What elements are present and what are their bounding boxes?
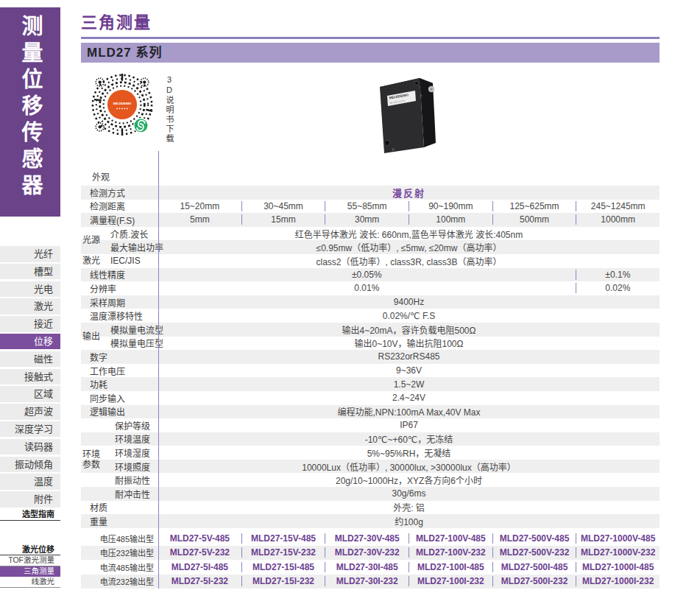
table-row: 工作电压9~36V	[81, 364, 660, 378]
table-row: 数字RS232orRS485	[81, 350, 660, 364]
model-number: MLD27-15V-232	[241, 547, 325, 558]
table-row: 环境湿度5%~95%RH，无凝结	[81, 446, 660, 460]
model-number: MLD27-15I-232	[241, 576, 325, 586]
sidebar-vertical-title: 测量位移传感器	[15, 7, 46, 217]
cell-value: 输出0~10V，输出抗阻100Ω	[158, 337, 660, 349]
title-divider	[81, 37, 660, 39]
model-row: 电流485输出型MLD27-5I-485MLD27-15I-485MLD27-3…	[81, 560, 660, 575]
sidebar-item[interactable]: 振动倾角	[0, 457, 60, 473]
table-row: 环境照度10000Lux（低功率）, 30000lux, >30000lux（高…	[81, 460, 660, 474]
sidebar-item[interactable]: 接触式	[0, 369, 60, 385]
qr-caption: 3D说明书下载	[163, 75, 175, 144]
sidebar-item[interactable]: 接近	[0, 316, 60, 332]
sidebar-item[interactable]: 光纤	[0, 246, 60, 262]
model-number: MLD27-5V-232	[158, 547, 241, 558]
model-number: MLD27-5V-485	[158, 533, 241, 544]
model-number: MLD27-500V-232	[492, 547, 576, 558]
sidebar-item[interactable]: 磁性	[0, 351, 60, 368]
row-group-label: 输出	[82, 323, 109, 350]
model-number: MLD27-500V-485	[492, 533, 576, 544]
bottom-menu-item[interactable]: 三角测量	[0, 566, 60, 577]
sidebar-nav: 光纤槽型光电激光接近位移磁性接触式区域超声波深度学习读码器振动倾角温度附件	[0, 246, 60, 509]
cell-value: 15~20mm	[158, 201, 241, 211]
cell-value: 500mm	[492, 214, 576, 225]
model-number: MLD27-5I-485	[158, 562, 241, 572]
model-number: MLD27-500I-485	[492, 562, 576, 572]
table-main-divider	[158, 151, 159, 589]
model-row: 电压232输出型MLD27-5V-232MLD27-15V-232MLD27-3…	[81, 546, 660, 561]
row-label: 温度漂移特性	[81, 309, 158, 322]
table-row: 检测方式漫反射	[81, 186, 660, 200]
cell-value: 20g/10~1000Hz，XYZ各方向6个小时	[158, 474, 660, 486]
sidebar-item[interactable]: 区域	[0, 386, 60, 402]
cell-value: 55~85mm	[325, 201, 409, 211]
row-label: 分辨率	[81, 282, 158, 295]
sidebar-item[interactable]: 光电	[0, 281, 60, 298]
row-label: 数字	[81, 351, 158, 363]
model-number: MLD27-100V-232	[409, 547, 492, 558]
sidebar-item[interactable]: 位移	[0, 334, 60, 350]
row-label: 功耗	[81, 378, 158, 390]
table-row: 模拟量电流型输出4~20mA，容许负载电阻500Ω	[81, 323, 660, 337]
bottom-menu-item[interactable]: 选型指南	[0, 510, 60, 521]
sidebar-item[interactable]: 附件	[0, 491, 60, 508]
table-row: 同步输入2.4~24V	[81, 391, 660, 405]
cell-value: ±0.05%	[158, 270, 576, 280]
table-row: 功耗1.5~2W	[81, 377, 660, 391]
sidebar-item[interactable]: 温度	[0, 474, 60, 490]
table-row: 介质.波长红色半导体激光 波长: 660nm,蓝色半导体激光 波长:405nm	[81, 227, 660, 241]
cell-value: 15mm	[241, 214, 325, 225]
model-number: MLD27-100V-485	[409, 533, 492, 544]
cell-value: 1.5~2W	[158, 379, 660, 390]
table-row: 材质外壳: 铝	[81, 501, 660, 515]
cell-value: 约100g	[158, 515, 660, 527]
model-number: MLD27-15V-485	[241, 533, 325, 544]
cell-value: RS232orRS485	[158, 351, 660, 362]
cell-value: 125~625mm	[492, 201, 576, 211]
cell-value: 2.4~24V	[158, 393, 660, 403]
table-row: 分辨率0.01%0.02%	[81, 281, 660, 295]
cell-value: class2（低功率）, class3R, class3B（高功率）	[158, 255, 660, 267]
cell-value: 30mm	[325, 214, 409, 225]
table-row: 最大输出功率≤0.95mw（低功率）, ≤5mw, ≤20mw（高功率）	[81, 240, 660, 254]
model-number: MLD27-5I-232	[158, 576, 241, 586]
row-label: 满量程(F.S)	[81, 214, 158, 226]
model-number: MLD27-15I-485	[241, 562, 325, 572]
row-group-label: 激光	[82, 254, 109, 268]
table-row: 耐冲击性30g/6ms	[81, 487, 660, 501]
table-row: 检测距离15~20mm30~45mm55~85mm90~190mm125~625…	[81, 200, 660, 214]
sidebar-item[interactable]: 读码器	[0, 439, 60, 455]
bottom-menu-item[interactable]: TOF激光测量	[0, 555, 60, 566]
cell-value: 30g/6ms	[158, 488, 660, 499]
sidebar-item[interactable]: 超声波	[0, 404, 60, 420]
model-row-label: 电流485输出型	[81, 561, 158, 573]
sidebar-item[interactable]: 激光	[0, 298, 60, 315]
model-number: MLD27-30I-232	[325, 576, 409, 586]
cell-value: 0.01%	[158, 283, 576, 293]
cell-value: 9400Hz	[158, 297, 660, 307]
table-row: 保护等级IP67	[81, 418, 660, 432]
table-row: 线性精度±0.05%±0.1%	[81, 268, 660, 282]
bottom-menu-item[interactable]: 线激光	[0, 577, 60, 588]
main-content: 三角测量 MLD27 系列 ME	[81, 0, 660, 590]
table-row: IEC/JISclass2（低功率）, class3R, class3B（高功率…	[81, 254, 660, 268]
sidebar-item[interactable]: 槽型	[0, 264, 60, 280]
cell-value: 9~36V	[158, 365, 660, 376]
model-row-label: 电压232输出型	[81, 547, 158, 558]
table-row: 逻辑输出编程功能,NPN:100mA Max,40V Max	[81, 405, 660, 419]
appearance-row-label: 外观	[92, 170, 110, 183]
bottom-menu-item[interactable]: 激光位移	[0, 545, 60, 556]
model-table: 电压485输出型MLD27-5V-485MLD27-15V-485MLD27-3…	[81, 531, 660, 589]
sidebar-item[interactable]: 深度学习	[0, 421, 60, 438]
qr-brand-text: MEIJIDENKI	[113, 102, 132, 105]
row-label: 重量	[81, 515, 158, 527]
model-number: MLD27-100I-232	[409, 576, 492, 586]
cell-value: 90~190mm	[409, 201, 492, 211]
model-number: MLD27-30I-485	[325, 562, 409, 572]
sidebar-bottom-menu: 选型指南激光位移TOF激光测量三角测量线激光	[0, 510, 60, 588]
cell-value: 红色半导体激光 波长: 660nm,蓝色半导体激光 波长:405nm	[158, 228, 660, 240]
product-photo: MEIJIDENKI ML D27-1 0 0V	[370, 71, 439, 158]
table-row: 温度漂移特性0.02%/℃ F.S	[81, 309, 660, 323]
row-group-label: 光源	[82, 227, 109, 254]
row-label: 逻辑输出	[81, 405, 158, 418]
